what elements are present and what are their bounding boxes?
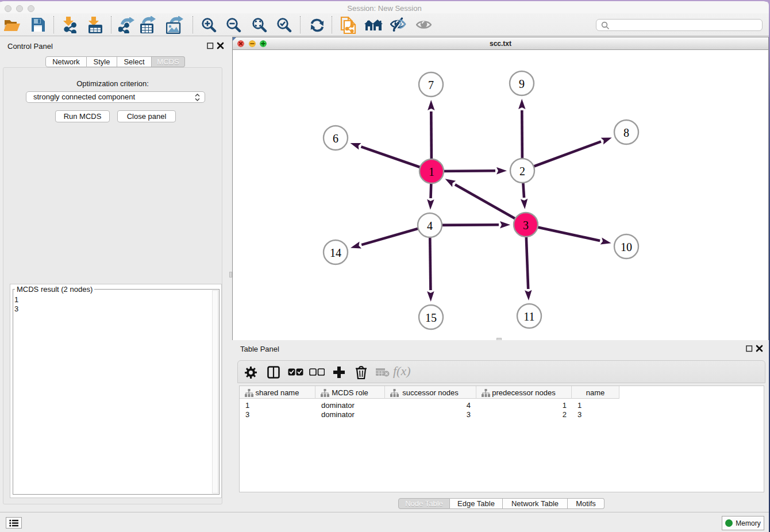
svg-text:10: 10 [621, 241, 632, 253]
svg-text:9: 9 [519, 78, 525, 90]
svg-text:15: 15 [425, 311, 437, 324]
svg-text:14: 14 [330, 246, 341, 259]
svg-text:6: 6 [333, 132, 338, 145]
svg-text:7: 7 [428, 79, 434, 91]
svg-text:8: 8 [623, 126, 629, 139]
svg-text:2: 2 [519, 165, 525, 178]
svg-text:11: 11 [523, 310, 534, 323]
svg-text:3: 3 [523, 219, 529, 232]
svg-text:4: 4 [427, 219, 433, 232]
svg-text:1: 1 [429, 165, 434, 178]
